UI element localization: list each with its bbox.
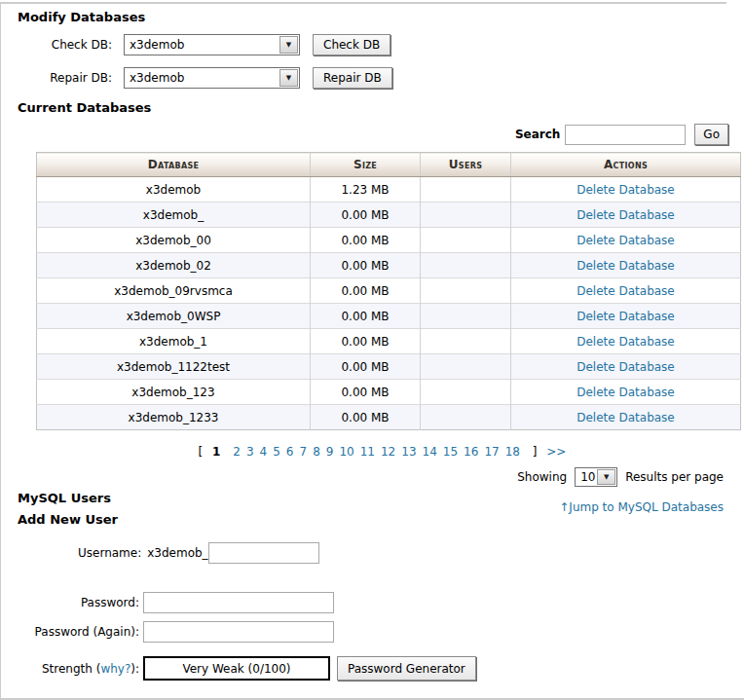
password-again-input[interactable] — [143, 621, 334, 643]
page-link[interactable]: 2 — [233, 445, 241, 459]
check-db-select[interactable]: x3demob ▼ — [124, 34, 300, 55]
username-row: Username: x3demob_ — [78, 542, 744, 564]
repair-db-selected-value: x3demob — [125, 71, 279, 85]
page-link[interactable]: 13 — [401, 445, 416, 459]
databases-table-body: x3demob1.23 MBDelete Databasex3demob_0.0… — [37, 177, 741, 430]
db-actions-cell: Delete Database — [511, 253, 741, 278]
pagination-open-bracket: [ — [199, 445, 204, 459]
table-row: x3demob_09rvsmca0.00 MBDelete Database — [37, 278, 741, 304]
results-per-page-label: Results per page — [625, 470, 724, 484]
delete-database-link[interactable]: Delete Database — [577, 411, 675, 424]
chevron-down-icon[interactable]: ▼ — [279, 69, 298, 87]
db-actions-cell: Delete Database — [511, 354, 741, 380]
mysql-databases-page: Modify Databases Check DB: x3demob ▼ Che… — [0, 0, 744, 700]
table-row: x3demob_000.00 MBDelete Database — [37, 228, 741, 253]
db-users-cell — [421, 354, 511, 380]
page-link[interactable]: 4 — [260, 445, 268, 459]
check-db-label: Check DB: — [18, 38, 112, 52]
search-label: Search — [515, 128, 560, 141]
db-name-cell: x3demob_1233 — [37, 405, 311, 430]
db-actions-cell: Delete Database — [511, 380, 741, 405]
db-actions-cell: Delete Database — [511, 329, 741, 354]
why-link[interactable]: why? — [100, 662, 130, 676]
db-name-cell: x3demob_00 — [37, 228, 311, 253]
db-actions-cell: Delete Database — [511, 278, 741, 304]
page-link[interactable]: 9 — [326, 445, 334, 459]
repair-db-select[interactable]: x3demob ▼ — [124, 67, 300, 89]
search-input[interactable] — [565, 125, 686, 145]
page-link[interactable]: 10 — [339, 445, 353, 459]
db-users-cell — [421, 304, 511, 329]
delete-database-link[interactable]: Delete Database — [577, 284, 675, 298]
page-link[interactable]: 18 — [505, 445, 520, 459]
page-links: 23456789101112131415161718 — [230, 445, 523, 459]
page-link[interactable]: 3 — [246, 445, 254, 459]
password-generator-button[interactable]: Password Generator — [337, 656, 476, 681]
delete-database-link[interactable]: Delete Database — [577, 259, 675, 273]
page-link[interactable]: 16 — [464, 445, 478, 459]
table-header-row: Database Size Users Actions — [37, 153, 741, 177]
delete-database-link[interactable]: Delete Database — [577, 360, 675, 374]
db-size-cell: 0.00 MB — [311, 253, 421, 278]
db-name-cell: x3demob_1 — [37, 329, 311, 354]
delete-database-link[interactable]: Delete Database — [577, 208, 675, 222]
next-pages-link[interactable]: >> — [546, 445, 566, 459]
chevron-down-icon[interactable]: ▼ — [597, 469, 615, 485]
strength-indicator: Very Weak (0/100) — [143, 656, 330, 681]
page-link[interactable]: 15 — [443, 445, 458, 459]
pagination-close-bracket: ] — [533, 445, 538, 459]
db-size-cell: 0.00 MB — [311, 405, 421, 430]
db-size-cell: 0.00 MB — [311, 228, 421, 253]
page-link[interactable]: 14 — [423, 445, 437, 459]
delete-database-link[interactable]: Delete Database — [577, 234, 675, 247]
table-row: x3demob1.23 MBDelete Database — [37, 177, 741, 203]
password-again-row: Password (Again): — [18, 621, 744, 643]
db-actions-cell: Delete Database — [511, 203, 741, 228]
delete-database-link[interactable]: Delete Database — [577, 183, 675, 197]
db-users-cell — [421, 177, 511, 203]
page-link[interactable]: 8 — [313, 445, 320, 459]
db-users-cell — [421, 203, 511, 228]
check-db-row: Check DB: x3demob ▼ Check DB — [18, 34, 744, 55]
column-header-actions: Actions — [511, 153, 741, 177]
table-row: x3demob_0WSP0.00 MBDelete Database — [37, 304, 741, 329]
username-input[interactable] — [208, 542, 319, 564]
db-users-cell — [421, 405, 511, 430]
table-row: x3demob_020.00 MBDelete Database — [37, 253, 741, 278]
search-row: Search Go — [18, 124, 728, 145]
db-size-cell: 0.00 MB — [311, 354, 421, 380]
jump-to-mysql-databases-link[interactable]: ↑Jump to MySQL Databases — [559, 500, 724, 514]
db-actions-cell: Delete Database — [511, 228, 741, 253]
db-users-cell — [421, 329, 511, 354]
password-again-label: Password (Again): — [18, 625, 139, 639]
delete-database-link[interactable]: Delete Database — [577, 310, 675, 323]
page-link[interactable]: 12 — [381, 445, 395, 459]
page-link[interactable]: 5 — [273, 445, 280, 459]
chevron-down-icon[interactable]: ▼ — [279, 36, 298, 54]
strength-label-prefix: Strength ( — [42, 662, 100, 676]
current-page-number: 1 — [212, 445, 220, 459]
jump-link-label: Jump to MySQL Databases — [569, 500, 724, 514]
repair-db-row: Repair DB: x3demob ▼ Repair DB — [18, 67, 744, 89]
repair-db-button[interactable]: Repair DB — [313, 67, 392, 89]
db-size-cell: 0.00 MB — [311, 329, 421, 354]
databases-table: Database Size Users Actions x3demob1.23 … — [36, 152, 741, 430]
page-link[interactable]: 17 — [484, 445, 499, 459]
password-input[interactable] — [143, 592, 334, 613]
table-row: x3demob_1230.00 MBDelete Database — [37, 380, 741, 405]
db-users-cell — [421, 253, 511, 278]
username-prefix: x3demob_ — [147, 546, 207, 560]
per-page-select[interactable]: 10 ▼ — [575, 467, 617, 487]
modify-databases-heading: Modify Databases — [18, 10, 744, 24]
page-link[interactable]: 11 — [360, 445, 375, 459]
db-actions-cell: Delete Database — [511, 405, 741, 430]
page-link[interactable]: 6 — [286, 445, 294, 459]
page-link[interactable]: 7 — [300, 445, 308, 459]
pagination: [ 1 23456789101112131415161718 ] >> — [36, 445, 728, 459]
add-new-user-heading: Add New User — [18, 512, 118, 527]
db-size-cell: 1.23 MB — [311, 177, 421, 203]
delete-database-link[interactable]: Delete Database — [577, 335, 675, 349]
go-button[interactable]: Go — [694, 124, 728, 145]
check-db-button[interactable]: Check DB — [313, 34, 391, 55]
delete-database-link[interactable]: Delete Database — [577, 386, 675, 399]
